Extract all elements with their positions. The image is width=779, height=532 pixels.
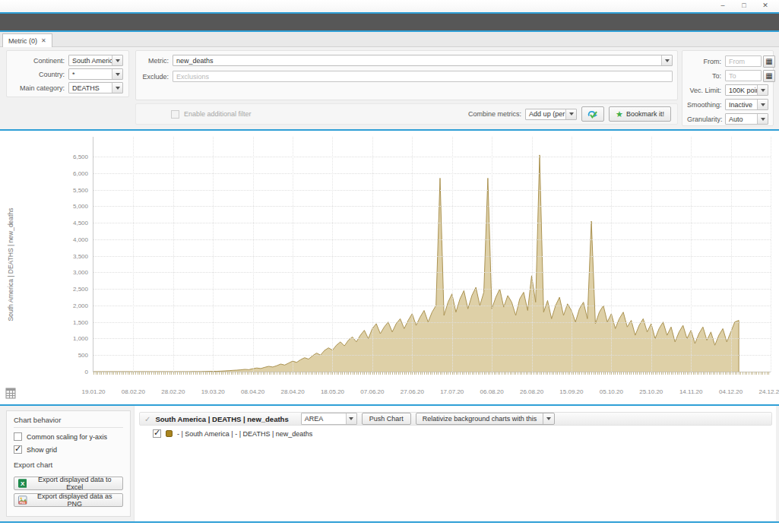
y-tick-label: 0 (85, 369, 88, 375)
x-tick-label: 26.08.20 (520, 388, 543, 395)
minimize-button[interactable]: – (712, 0, 733, 12)
x-tick-label: 24.12.20 (758, 388, 779, 395)
relativize-button[interactable]: Relativize background charts with this (416, 413, 556, 425)
chevron-down-icon[interactable] (112, 55, 122, 65)
app-menu-bar (0, 12, 779, 32)
gridline-horizontal (93, 157, 771, 157)
close-button[interactable]: ✕ (755, 0, 776, 12)
x-tick-label: 06.08.20 (480, 388, 504, 395)
gridline-vertical (532, 137, 533, 372)
x-tick-label: 07.06.20 (360, 388, 384, 395)
chevron-down-icon[interactable] (112, 69, 122, 79)
gridline-vertical (731, 137, 732, 372)
gridline-vertical (492, 137, 492, 372)
x-tick-label: 18.05.20 (321, 388, 344, 395)
push-chart-button[interactable]: Push Chart (362, 413, 411, 425)
png-image-icon: PNG (18, 496, 27, 505)
x-tick-label: 25.10.20 (639, 388, 663, 395)
vec-limit-select[interactable]: 100K points/line (725, 84, 768, 96)
refresh-chart-button[interactable] (581, 106, 604, 122)
exclude-input[interactable] (173, 71, 673, 82)
chart-plot[interactable]: 05001,0001,5002,0002,5003,0003,5004,0004… (93, 137, 771, 372)
svg-text:X: X (21, 480, 25, 487)
exclude-label: Exclude: (141, 73, 173, 81)
x-tick-label: 05.10.20 (600, 388, 623, 395)
chevron-down-icon[interactable] (543, 413, 554, 424)
country-label: Country: (11, 71, 68, 78)
excel-icon: X (18, 479, 27, 488)
gridline-vertical (332, 137, 333, 372)
chart-behavior-title: Chart behavior (14, 416, 123, 424)
main-category-select[interactable]: DEATHS (68, 82, 123, 93)
chart-behavior-card: Chart behavior Common scaling for y-axis… (6, 410, 131, 517)
tab-close-icon[interactable]: ✕ (41, 37, 46, 44)
gridline-vertical (412, 137, 413, 372)
from-calendar-button[interactable]: ▦ (763, 55, 775, 68)
gridline-horizontal (93, 272, 771, 273)
chart-type-select[interactable]: AREA (301, 413, 357, 425)
y-tick-label: 4,000 (73, 236, 88, 242)
divider (14, 427, 123, 428)
to-calendar-button[interactable]: ▦ (763, 70, 775, 82)
window-controls: – □ ✕ (712, 0, 776, 12)
metric-combo[interactable]: new_deaths (173, 55, 673, 66)
y-tick-label: 1,500 (73, 318, 88, 325)
legend-header-checkbox[interactable]: ✓ (144, 415, 150, 423)
granularity-label: Granularity: (687, 116, 725, 123)
show-grid-checkbox[interactable] (14, 445, 22, 454)
common-scaling-checkbox[interactable] (14, 432, 22, 441)
vec-limit-label: Vec. Limit: (687, 87, 725, 94)
country-select[interactable]: * (68, 68, 123, 80)
filter-bar: Continent: South America Country: * Main… (0, 47, 779, 129)
y-axis-title: South America | DEATHS | new_deaths (7, 208, 14, 321)
chevron-down-icon[interactable] (565, 109, 576, 119)
svg-text:PNG: PNG (20, 502, 26, 505)
continent-label: Continent: (11, 57, 68, 65)
to-label: To: (687, 72, 725, 80)
tab-metric[interactable]: Metric (0) ✕ (2, 33, 52, 47)
granularity-select[interactable]: Auto (725, 113, 768, 125)
chevron-down-icon[interactable] (757, 85, 768, 95)
chevron-down-icon[interactable] (112, 83, 122, 93)
maximize-button[interactable]: □ (733, 0, 755, 12)
to-date-input[interactable] (725, 70, 762, 81)
enable-additional-filter-checkbox[interactable] (171, 110, 179, 119)
continent-select[interactable]: South America (68, 55, 123, 66)
legend-header-row[interactable]: ✓ South America | DEATHS | new_deaths AR… (139, 412, 772, 426)
gridline-horizontal (93, 322, 771, 323)
main-category-label: Main category: (11, 84, 68, 92)
data-table-button[interactable] (5, 388, 17, 400)
gridline-vertical (293, 137, 293, 372)
smoothing-select[interactable]: Inactive (725, 99, 768, 110)
gridline-vertical (452, 137, 453, 372)
y-tick-label: 2,000 (73, 302, 88, 309)
series-visibility-checkbox[interactable] (153, 429, 161, 438)
metric-filter-card: Metric: new_deaths Exclude: (135, 50, 678, 100)
combine-metrics-select[interactable]: Add up (per ... (525, 109, 577, 120)
bookmark-button[interactable]: ★ Bookmark it! (609, 106, 671, 122)
gridline-vertical (771, 137, 771, 372)
legend-chart-title: South America | DEATHS | new_deaths (155, 415, 288, 423)
gridline-horizontal (93, 338, 771, 339)
x-tick-label: 08.04.20 (241, 388, 264, 395)
gridline-horizontal (93, 206, 771, 207)
y-tick-label: 1,000 (73, 335, 88, 342)
chevron-down-icon[interactable] (661, 55, 672, 65)
y-tick-label: 5,500 (73, 186, 88, 193)
x-tick-label: 28.02.20 (161, 388, 185, 395)
metric-label: Metric: (141, 57, 173, 65)
export-excel-button[interactable]: X Export displayed data to Excel (14, 477, 123, 490)
from-date-input[interactable] (725, 55, 762, 67)
chevron-down-icon[interactable] (757, 114, 768, 124)
star-icon: ★ (616, 109, 623, 119)
gridline-horizontal (93, 306, 771, 306)
chevron-down-icon[interactable] (346, 413, 356, 424)
legend-series-row[interactable]: - | South America | - | DEATHS | new_dea… (153, 429, 776, 438)
y-tick-label: 3,500 (73, 252, 88, 259)
export-png-button[interactable]: PNG Export displayed data as PNG (14, 493, 123, 507)
y-tick-label: 6,500 (73, 154, 88, 160)
common-scaling-label: Common scaling for y-axis (27, 433, 107, 441)
chevron-down-icon[interactable] (757, 100, 768, 109)
x-tick-label: 19.03.20 (201, 388, 225, 395)
gridline-horizontal (93, 256, 771, 257)
